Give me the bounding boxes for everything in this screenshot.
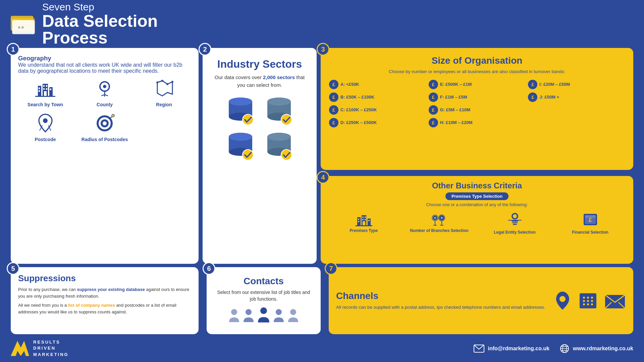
- svg-rect-78: [513, 224, 517, 225]
- person-icon-3: [257, 306, 271, 323]
- pound-i: £: [528, 80, 537, 89]
- size-org-title: Size of Organisation: [329, 55, 625, 66]
- svg-rect-59: [362, 219, 364, 220]
- geo-item-county: County: [77, 77, 132, 107]
- svg-rect-8: [49, 87, 53, 96]
- band-empty-1: [528, 105, 625, 115]
- band-a: £ A: <£50K: [329, 80, 426, 89]
- svg-marker-103: [11, 341, 29, 356]
- other-business-title: Other Business Criteria: [327, 181, 627, 190]
- svg-point-24: [156, 81, 158, 83]
- svg-point-85: [246, 309, 252, 315]
- svg-rect-60: [365, 219, 366, 220]
- choose-text: Choose one or a combination of any of th…: [327, 202, 627, 207]
- db-icon-2: [262, 96, 296, 126]
- band-f: £ F: £1M – £5M: [429, 93, 526, 102]
- band-j-label: J: £50M +: [539, 95, 559, 100]
- header-spacer: [203, 9, 317, 43]
- criteria-legal-label: Legal Entity Selection: [494, 230, 536, 235]
- band-f-label: F: £1M – £5M: [440, 95, 467, 100]
- pound-j: £: [528, 93, 537, 102]
- channels-box: 7 Channels All records can be supplied w…: [329, 267, 633, 334]
- svg-rect-54: [368, 219, 371, 225]
- geo-item-radius: Radius of Postcodes: [77, 112, 132, 142]
- svg-rect-11: [43, 85, 45, 87]
- band-e-label: E: £500K – £1M: [440, 82, 472, 87]
- financial-icon: £: [582, 211, 599, 228]
- middle-column: 2 Industry Sectors Our data covers over …: [203, 9, 317, 264]
- person-icon-4: [272, 308, 285, 323]
- svg-point-93: [591, 297, 593, 299]
- logo-text: RESULTS DRIVEN MARKETING: [33, 339, 69, 358]
- branches-icon: [430, 211, 448, 226]
- size-org-subtitle: Choose by number or employees or all bus…: [329, 69, 625, 75]
- postcode-label: Postcode: [35, 137, 56, 142]
- suppressions-title: Suppressions: [18, 273, 191, 284]
- band-c: £ C: £100K – £250K: [329, 105, 426, 115]
- svg-rect-76: [512, 221, 518, 222]
- band-b-label: B: £50K – £100K: [340, 95, 374, 100]
- band-e: £ E: £500K – £1M: [429, 80, 526, 89]
- svg-point-98: [587, 303, 589, 305]
- band-d-label: D: £250K – £500K: [340, 120, 377, 125]
- pound-c: £: [329, 105, 338, 115]
- right-column: 3 Size of Organisation Choose by number …: [321, 9, 633, 264]
- email-address: info@rdmarketing.co.uk: [488, 346, 549, 352]
- svg-rect-16: [50, 88, 51, 90]
- pound-e: £: [429, 80, 438, 89]
- size-org-box: 3 Size of Organisation Choose by number …: [321, 48, 633, 170]
- channels-title: Channels: [336, 291, 547, 301]
- other-business-box: 4 Other Business Criteria Premises Type …: [321, 176, 633, 264]
- band-h-label: H: £10M – £20M: [440, 120, 473, 125]
- radius-label: Radius of Postcodes: [82, 137, 128, 142]
- person-icons: [228, 306, 300, 323]
- industry-box: 2 Industry Sectors Our data covers over …: [203, 48, 317, 264]
- db-icon-4: [262, 131, 296, 161]
- geography-box: 1 Geography We understand that not all c…: [11, 48, 199, 264]
- svg-rect-63: [356, 225, 372, 226]
- right-header-spacer: [321, 9, 633, 43]
- channels-text: Channels All records can be supplied wit…: [336, 291, 547, 311]
- svg-point-96: [591, 300, 593, 302]
- email-link[interactable]: info@rdmarketing.co.uk: [474, 345, 549, 353]
- legal-entity-icon: [506, 211, 523, 228]
- svg-rect-57: [362, 217, 364, 218]
- suppressions-para1: Prior to any purchase, we can suppress y…: [18, 286, 191, 299]
- region-icon: [153, 77, 175, 99]
- svg-point-23: [171, 81, 173, 83]
- website-address: www.rdmarketing.co.uk: [573, 346, 633, 352]
- svg-point-46: [243, 149, 253, 160]
- svg-rect-15: [44, 91, 47, 96]
- geo-icons: Search by Town County: [18, 77, 191, 142]
- band-d: £ D: £250K – £500K: [329, 118, 426, 127]
- turnover-grid: £ A: <£50K £ E: £500K – £1M £ I: £20M – …: [329, 80, 625, 127]
- town-label: Search by Town: [28, 102, 63, 107]
- pound-a: £: [329, 80, 338, 89]
- pound-b: £: [329, 93, 338, 102]
- svg-point-36: [243, 114, 253, 125]
- svg-rect-56: [358, 221, 359, 222]
- svg-point-41: [281, 114, 292, 125]
- db-icon-3: [224, 131, 257, 161]
- svg-point-87: [276, 309, 282, 315]
- geo-item-town: Search by Town: [18, 77, 72, 107]
- svg-point-35: [229, 98, 252, 106]
- svg-rect-12: [46, 85, 47, 87]
- svg-point-4: [18, 26, 20, 29]
- svg-point-45: [229, 133, 252, 141]
- premises-type-icon: [356, 211, 372, 226]
- logo-line2: DRIVEN: [33, 345, 69, 351]
- top-section: Seven Step Data Selection Process 1 Geog…: [11, 9, 633, 264]
- logo-line1: RESULTS: [33, 339, 69, 345]
- svg-point-19: [103, 85, 106, 88]
- web-link[interactable]: www.rdmarketing.co.uk: [559, 344, 633, 354]
- header: Seven Step Data Selection Process: [11, 9, 199, 43]
- step7-number: 7: [325, 262, 337, 275]
- db-icons: [217, 90, 303, 166]
- pound-h: £: [429, 118, 438, 127]
- svg-point-99: [591, 303, 593, 305]
- svg-rect-10: [39, 90, 40, 92]
- folder-icon: [11, 11, 36, 36]
- svg-rect-13: [43, 88, 45, 90]
- industry-title: Industry Sectors: [217, 58, 302, 70]
